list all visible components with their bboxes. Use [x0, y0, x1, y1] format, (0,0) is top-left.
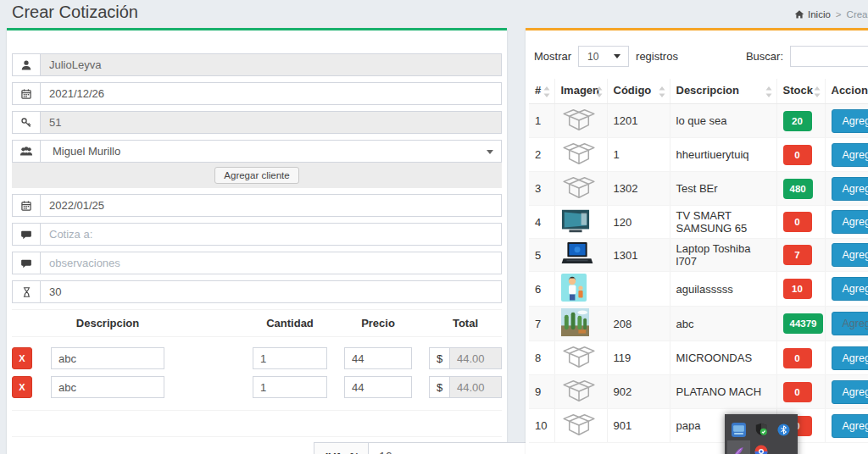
created-date-input[interactable] [40, 82, 502, 105]
client-select-value: Miguel Murillo [53, 145, 120, 158]
client-select[interactable]: Miguel Murillo [40, 140, 502, 163]
people-photo [561, 274, 587, 302]
field-observaciones [12, 252, 502, 274]
items-header-total: Total [429, 317, 502, 329]
show-label: Mostrar [534, 50, 571, 63]
agregar-button[interactable]: Agregar [832, 177, 868, 201]
item-total-input [449, 376, 502, 398]
cotiza-a-input[interactable] [40, 223, 502, 246]
observaciones-input[interactable] [40, 252, 502, 274]
product-num: 9 [529, 375, 554, 409]
product-image-cell [554, 272, 607, 307]
item-descripcion-input[interactable] [51, 376, 164, 398]
field-cotiza-a [12, 223, 502, 246]
remove-item-button[interactable]: X [12, 376, 32, 398]
product-row: 4 120 TV SMART SAMSUNG 65 0 Agregar [529, 206, 868, 239]
open-box-icon [561, 106, 597, 133]
product-row: 10 901 papa 0 Agregar [529, 409, 868, 443]
comment-icon [12, 252, 40, 274]
landscape-photo [561, 308, 589, 336]
product-descripcion: aguilasssss [670, 272, 776, 307]
product-row: 7 208 abc 44379 Agregar [529, 307, 868, 341]
header-acciones[interactable]: Acciones [825, 79, 868, 104]
product-descripcion: Laptop Toshiba l707 [670, 239, 776, 272]
header-imagen[interactable]: Imagen [554, 79, 607, 104]
items-table-header: Descripcion Cantidad Precio Total [12, 309, 502, 337]
product-row: 1 1201 lo que sea 20 Agregar [529, 104, 868, 138]
due-date-input[interactable] [40, 194, 502, 217]
product-num: 10 [529, 409, 554, 443]
add-client-button[interactable]: Agregar cliente [214, 167, 298, 184]
search-input[interactable] [790, 46, 868, 67]
currency-symbol: $ [429, 347, 449, 369]
page-size-select[interactable]: 10 [578, 46, 629, 67]
agregar-button[interactable]: Agregar [832, 109, 868, 133]
open-box-icon [561, 174, 597, 201]
header-codigo[interactable]: Código [607, 79, 670, 104]
field-due-date [12, 194, 502, 217]
product-descripcion: TV SMART SAMSUNG 65 [670, 206, 776, 239]
item-cantidad-input[interactable] [253, 347, 327, 369]
breadcrumb-home-link[interactable]: Inicio [794, 9, 831, 19]
product-descripcion: PLATANO MACH [670, 375, 776, 409]
agregar-button[interactable]: Agregar [832, 277, 868, 301]
item-row: X $ [12, 376, 502, 398]
item-descripcion-input[interactable] [51, 347, 164, 369]
product-row: 3 1302 Test BEr 480 Agregar [529, 172, 868, 206]
tray-bluetooth-icon[interactable] [772, 418, 795, 440]
vigencia-input[interactable] [40, 280, 502, 303]
header-descripcion[interactable]: Descripcion [670, 79, 776, 104]
item-precio-input[interactable] [344, 347, 412, 369]
sort-icon [814, 86, 821, 97]
chevron-down-icon [487, 150, 493, 154]
breadcrumb-separator: > [836, 9, 842, 19]
page-title: Crear Cotización [12, 3, 138, 22]
product-codigo [607, 272, 670, 307]
tv-photo [561, 208, 590, 234]
agregar-button[interactable]: Agregar [832, 380, 868, 404]
agregar-button[interactable]: Agregar [832, 210, 868, 234]
product-num: 3 [529, 172, 554, 206]
item-total-group: $ [429, 376, 502, 398]
agregar-button[interactable]: Agregar [832, 346, 868, 370]
header-num[interactable]: # [529, 79, 554, 104]
hourglass-icon [12, 280, 40, 303]
product-num: 4 [529, 206, 554, 239]
iva-input[interactable] [368, 442, 543, 454]
product-codigo: 120 [607, 206, 670, 239]
item-cantidad-input[interactable] [253, 376, 327, 398]
product-num: 2 [529, 138, 554, 172]
product-image-cell [554, 138, 607, 172]
header-stock[interactable]: Stock [776, 79, 825, 104]
product-image-cell [554, 239, 607, 272]
system-tray-popup [725, 414, 798, 454]
stock-badge: 0 [783, 348, 812, 368]
agregar-button[interactable]: Agregar [832, 243, 868, 267]
stock-badge: 44379 [783, 313, 824, 334]
open-box-icon [561, 411, 597, 438]
tray-app-window-icon[interactable] [727, 418, 750, 440]
items-header-cantidad: Cantidad [253, 317, 327, 329]
agregar-button[interactable]: Agregar [832, 414, 868, 438]
product-codigo: 1302 [607, 172, 670, 206]
laptop-photo [561, 241, 593, 266]
remove-item-button[interactable]: X [12, 347, 32, 369]
agregar-button[interactable]: Agregar [832, 312, 868, 335]
user-input [40, 53, 502, 76]
agregar-button[interactable]: Agregar [832, 143, 868, 167]
field-vigencia [12, 280, 502, 303]
tray-browser-icon[interactable] [750, 440, 773, 454]
tray-defender-shield-icon[interactable] [750, 418, 773, 440]
product-codigo: 119 [607, 341, 670, 375]
product-descripcion: hheurtiuerytuiq [670, 138, 776, 172]
tray-feather-icon[interactable] [727, 440, 750, 454]
products-table-header: # Imagen Código Descripcion Stock Accion… [529, 79, 868, 104]
field-folio [12, 111, 502, 134]
product-codigo: 902 [607, 375, 670, 409]
stock-badge: 7 [783, 245, 812, 265]
product-num: 8 [529, 341, 554, 375]
item-total-group: $ [429, 347, 502, 369]
breadcrumb: Inicio > Crear Cotización [794, 9, 868, 19]
item-precio-input[interactable] [344, 376, 412, 398]
stock-badge: 0 [783, 212, 812, 232]
